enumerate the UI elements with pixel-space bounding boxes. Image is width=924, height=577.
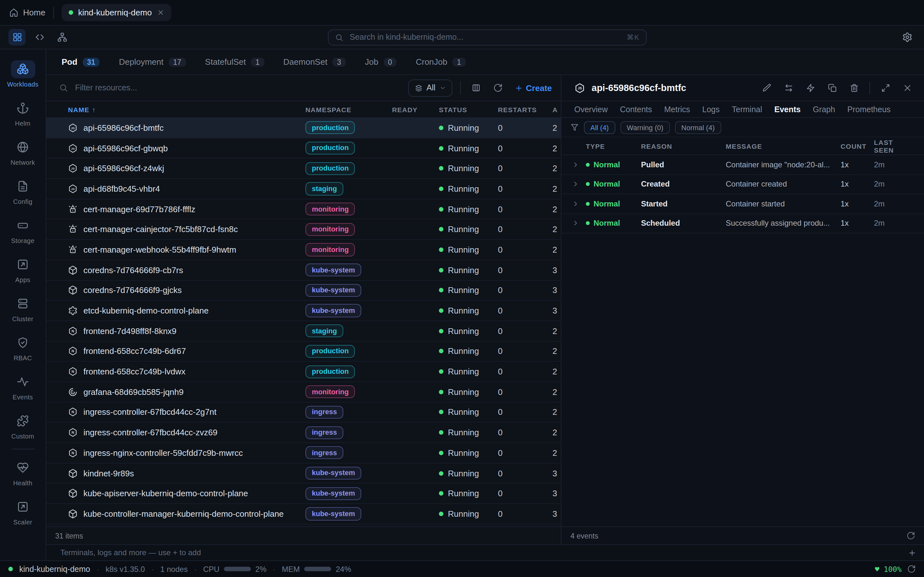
create-button[interactable]: Create xyxy=(514,83,552,93)
columns-button[interactable] xyxy=(468,80,483,95)
add-terminal-button[interactable] xyxy=(908,548,916,557)
refresh-icon[interactable] xyxy=(907,532,915,540)
chevron-right-icon[interactable] xyxy=(572,161,580,169)
status-dot xyxy=(439,268,443,272)
table-row[interactable]: Ningress-nginx-controller-59cfdd7c9b-mwr… xyxy=(46,443,561,463)
global-search[interactable]: ⌘K xyxy=(328,29,647,45)
event-row[interactable]: NormalPulledContainer image "node:20-al.… xyxy=(561,155,924,175)
sidebar-item-config[interactable]: Config xyxy=(2,172,43,210)
search-wrap: ⌘K xyxy=(76,29,899,45)
details-title: api-65986c96cf-bmtfc xyxy=(591,83,753,93)
chevron-right-icon[interactable] xyxy=(572,200,580,208)
event-row[interactable]: NormalScheduledSuccessfully assigned pro… xyxy=(561,214,924,234)
sidebar-item-storage[interactable]: Storage xyxy=(2,211,43,249)
event-filter-chip[interactable]: Warning (0) xyxy=(620,121,670,134)
table-row[interactable]: Ningress-controller-67fbcd44cc-zvz69ingr… xyxy=(46,423,561,443)
event-row[interactable]: NormalStartedContainer started1x2m xyxy=(561,194,924,214)
details-tab-prometheus[interactable]: Prometheus xyxy=(847,105,891,114)
refresh-button[interactable] xyxy=(490,80,505,95)
column-a[interactable]: A xyxy=(552,105,561,113)
table-row[interactable]: Ningress-controller-67fbcd44cc-2g7ntingr… xyxy=(46,402,561,422)
home-button[interactable]: Home xyxy=(9,8,45,17)
tab-cronjob[interactable]: CronJob1 xyxy=(416,57,465,67)
details-tab-events[interactable]: Events xyxy=(774,105,801,114)
grid-icon xyxy=(12,32,22,42)
view-toggle-flow[interactable] xyxy=(53,29,71,45)
table-row[interactable]: kube-controller-manager-kuberniq-demo-co… xyxy=(46,504,561,524)
view-toggle-code[interactable] xyxy=(31,29,48,45)
chevron-right-icon[interactable] xyxy=(572,219,580,227)
sidebar-item-cluster[interactable]: Cluster xyxy=(2,290,43,327)
sidebar-item-workloads[interactable]: Workloads xyxy=(2,55,43,92)
chevron-right-icon[interactable] xyxy=(572,181,580,188)
sidebar-item-health[interactable]: Health xyxy=(2,454,43,491)
sidebar-item-scaler[interactable]: Scaler xyxy=(2,493,43,530)
column-name[interactable]: NAME ↑ xyxy=(68,105,305,113)
details-tab-metrics[interactable]: Metrics xyxy=(664,105,690,114)
search-shortcut: ⌘K xyxy=(627,33,640,41)
tab-pod[interactable]: Pod31 xyxy=(61,57,100,67)
details-tab-overview[interactable]: Overview xyxy=(574,105,607,114)
events-column-reason: REASON xyxy=(641,142,726,150)
tab-count-badge: 0 xyxy=(383,57,397,66)
table-row[interactable]: JSapi-65986c96cf-bmtfcproductionRunning0… xyxy=(46,118,561,138)
event-filter-chip[interactable]: All (4) xyxy=(584,121,615,134)
close-panel-button[interactable] xyxy=(900,80,915,95)
table-row[interactable]: JSapi-65986c96cf-z4wkjproductionRunning0… xyxy=(46,159,561,179)
column-ready[interactable]: READY xyxy=(392,105,439,113)
details-tab-graph[interactable]: Graph xyxy=(813,105,835,114)
tab-deployment[interactable]: Deployment17 xyxy=(119,57,186,67)
tab-daemonset[interactable]: DaemonSet3 xyxy=(283,57,346,67)
sidebar-item-helm[interactable]: Helm xyxy=(2,94,43,131)
sidebar-item-network[interactable]: Network xyxy=(2,133,43,171)
heart-pulse-icon xyxy=(17,462,29,474)
table-row[interactable]: kube-apiserver-kuberniq-demo-control-pla… xyxy=(46,484,561,504)
filter-search[interactable] xyxy=(59,83,401,93)
details-tab-contents[interactable]: Contents xyxy=(620,105,652,114)
copy-button[interactable] xyxy=(825,80,840,95)
event-row[interactable]: NormalCreatedContainer created1x2m xyxy=(561,175,924,194)
workspace-tab[interactable]: kind-kuberniq-demo xyxy=(61,4,171,21)
filter-input[interactable] xyxy=(74,83,401,93)
sidebar-item-rbac[interactable]: RBAC xyxy=(2,329,43,366)
table-row[interactable]: coredns-7d764666f9-cb7rskube-systemRunni… xyxy=(46,260,561,280)
view-toggle-grid[interactable] xyxy=(8,29,26,45)
filter-bar: All Create xyxy=(46,75,561,101)
expand-button[interactable] xyxy=(878,80,893,95)
sidebar-item-custom[interactable]: Custom xyxy=(2,407,43,444)
table-row[interactable]: Nfrontend-658cc7c49b-lvdwxproductionRunn… xyxy=(46,362,561,382)
table-row[interactable]: kindnet-9r89skube-systemRunning03 xyxy=(46,463,561,484)
sidebar-item-events[interactable]: Events xyxy=(2,368,43,405)
swap-button[interactable] xyxy=(781,80,796,95)
table-row[interactable]: JSapi-65986c96cf-gbwqbproductionRunning0… xyxy=(46,138,561,158)
table-row[interactable]: cert-manager-cainjector-7fc5bf87cd-fsn8c… xyxy=(46,219,561,240)
column-status[interactable]: STATUS xyxy=(439,105,498,113)
namespace-scope-button[interactable]: All xyxy=(408,79,452,97)
close-tab-icon[interactable] xyxy=(157,9,164,16)
edit-button[interactable] xyxy=(759,80,774,95)
table-row[interactable]: coredns-7d764666f9-gjckskube-systemRunni… xyxy=(46,280,561,301)
actions-button[interactable] xyxy=(803,80,818,95)
table-row[interactable]: cert-manager-webhook-55b4ff9fbf-9hwtmmon… xyxy=(46,240,561,260)
sidebar-item-apps[interactable]: Apps xyxy=(2,251,43,288)
refresh-icon[interactable] xyxy=(907,565,916,573)
settings-button[interactable] xyxy=(899,29,916,45)
namespace-badge: production xyxy=(305,121,355,134)
event-filter-chip[interactable]: Normal (4) xyxy=(675,121,721,134)
table-row[interactable]: JSapi-d68fb9c45-vhbr4stagingRunning02 xyxy=(46,179,561,199)
global-search-input[interactable] xyxy=(349,32,622,42)
svg-text:JS: JS xyxy=(71,187,74,191)
table-row[interactable]: grafana-68d69cb585-jqnh9monitoringRunnin… xyxy=(46,382,561,402)
svg-text:N: N xyxy=(71,370,74,374)
details-tab-terminal[interactable]: Terminal xyxy=(732,105,762,114)
table-row[interactable]: Nfrontend-658cc7c49b-6dr67productionRunn… xyxy=(46,342,561,362)
tab-job[interactable]: Job0 xyxy=(365,57,397,67)
table-row[interactable]: cert-manager-69d77b786f-ffflzmonitoringR… xyxy=(46,199,561,219)
table-row[interactable]: etcd-kuberniq-demo-control-planekube-sys… xyxy=(46,301,561,321)
table-row[interactable]: Nfrontend-7d498ff8f-8knx9stagingRunning0… xyxy=(46,321,561,342)
column-namespace[interactable]: NAMESPACE xyxy=(305,105,392,113)
column-restarts[interactable]: RESTARTS xyxy=(498,105,552,113)
tab-statefulset[interactable]: StatefulSet1 xyxy=(205,57,264,67)
details-tab-logs[interactable]: Logs xyxy=(702,105,720,114)
delete-button[interactable] xyxy=(846,80,862,95)
